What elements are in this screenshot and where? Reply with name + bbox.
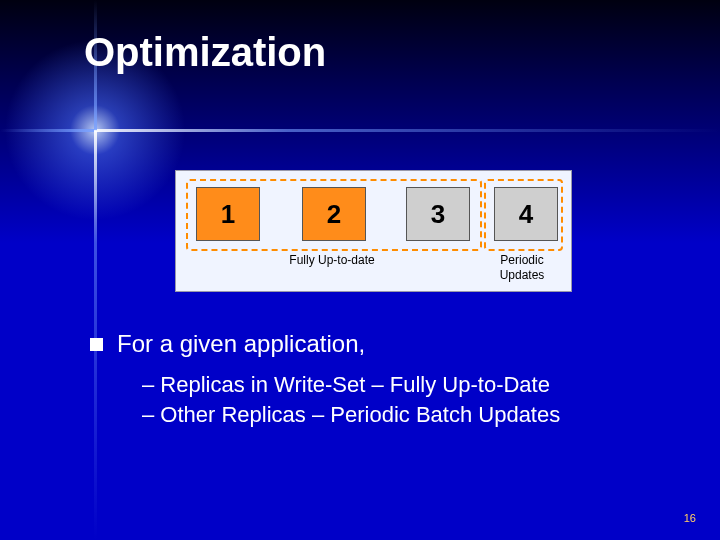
caption-left: Fully Up-to-date — [186, 253, 478, 267]
bullet-sub-1: – Replicas in Write-Set – Fully Up-to-Da… — [142, 372, 560, 398]
diagram: 1 2 3 4 Fully Up-to-date Periodic Update… — [175, 170, 572, 292]
bullet-sub-2: – Other Replicas – Periodic Batch Update… — [142, 402, 560, 428]
caption-right: Periodic Updates — [482, 253, 562, 283]
bullet-main: For a given application, — [117, 330, 365, 358]
box-1: 1 — [196, 187, 260, 241]
body-text: For a given application, – Replicas in W… — [90, 330, 560, 432]
bullet-square-icon — [90, 338, 103, 351]
slide-title: Optimization — [84, 30, 326, 75]
box-2: 2 — [302, 187, 366, 241]
box-3: 3 — [406, 187, 470, 241]
flare-vertical — [94, 0, 97, 540]
page-number: 16 — [684, 512, 696, 524]
flare-horizontal — [0, 129, 720, 132]
box-4: 4 — [494, 187, 558, 241]
